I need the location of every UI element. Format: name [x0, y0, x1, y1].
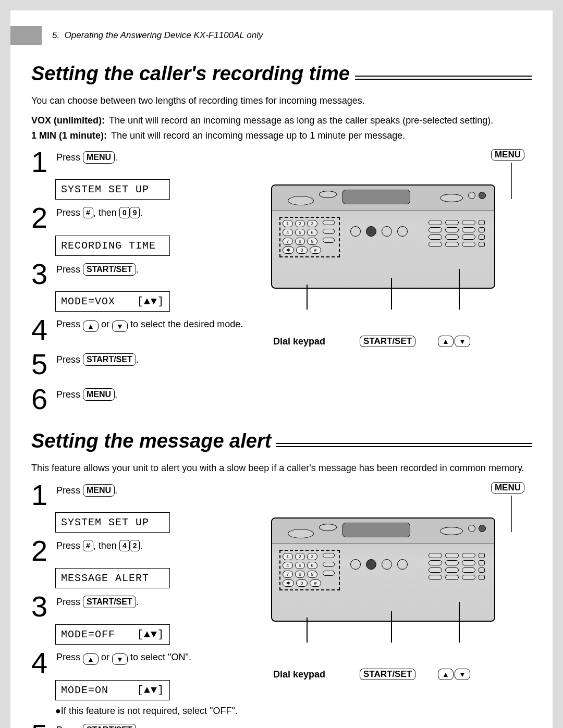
def-min: 1 MIN (1 minute): The unit will record a…	[31, 129, 532, 142]
down-arrow-key: ▼	[112, 320, 128, 332]
def-vox: VOX (unlimited): The unit will record an…	[31, 114, 532, 127]
lcd-icon	[342, 190, 410, 204]
step-4: 4 Press ▲ or ▼ to select "ON".	[31, 650, 255, 676]
device-illustration: MENU	[271, 149, 532, 347]
lcd-display: MODE=VOX[▲▼]	[55, 291, 170, 312]
down-arrow-icon: ▼	[455, 336, 470, 347]
chapter-header: 5. Operating the Answering Device KX-F11…	[10, 26, 553, 45]
rule-icon	[355, 76, 532, 80]
section2-intro: This feature allows your unit to alert y…	[31, 462, 532, 474]
digit-key: 2	[130, 540, 140, 551]
lcd-display: MODE=ON[▲▼]	[55, 680, 170, 700]
menu-label: MENU	[491, 482, 524, 493]
step-5: 5 Press START/SET.	[31, 351, 255, 377]
startset-key: START/SET	[83, 596, 136, 608]
hash-key: #	[83, 540, 93, 551]
section1-intro: You can choose between two lengths of re…	[31, 94, 532, 107]
device-illustration: MENU	[271, 482, 532, 680]
chapter-title: 5. Operating the Answering Device KX-F11…	[42, 26, 263, 45]
device-box: 123 456 789 ✱0#	[271, 517, 495, 622]
dial-keypad: 123 456 789 ✱0#	[283, 220, 335, 255]
up-arrow-icon: ▲	[438, 336, 454, 347]
lcd-display: SYSTEM SET UP	[55, 512, 170, 533]
down-arrow-key: ▼	[112, 653, 128, 665]
section2-title: Setting the message alert	[31, 430, 271, 452]
step-3: 3 Press START/SET.	[31, 594, 255, 620]
lcd-icon	[342, 523, 410, 537]
rule-icon	[276, 443, 532, 447]
bullet-note: ●If this feature is not required, select…	[55, 706, 255, 717]
section1-title: Setting the caller's recording time	[31, 63, 350, 85]
startset-label: START/SET	[360, 336, 415, 347]
startset-label: START/SET	[360, 669, 415, 680]
menu-label: MENU	[491, 149, 524, 161]
section2-steps: 1 Press MENU. SYSTEM SET UP 2 Press #, t…	[31, 482, 255, 728]
lcd-display: SYSTEM SET UP	[55, 179, 170, 200]
step-2: 2 Press #, then 42.	[31, 538, 255, 564]
step-3: 3 Press START/SET.	[31, 261, 255, 287]
up-arrow-key: ▲	[83, 320, 99, 332]
lcd-display: MESSAGE ALERT	[55, 568, 170, 588]
digit-key: 0	[119, 207, 130, 218]
startset-key: START/SET	[83, 353, 136, 366]
lcd-display: RECORDING TIME	[55, 236, 170, 256]
lcd-display: MODE=OFF[▲▼]	[55, 624, 170, 645]
up-arrow-icon: ▲	[438, 669, 454, 680]
step-6: 6 Press MENU.	[31, 386, 255, 412]
step-4: 4 Press ▲ or ▼ to select the desired mod…	[31, 317, 255, 343]
chapter-tab	[10, 26, 42, 45]
step-1: 1 Press MENU.	[31, 482, 255, 508]
startset-key: START/SET	[83, 724, 136, 728]
step-1: 1 Press MENU.	[31, 149, 255, 175]
section2-title-row: Setting the message alert	[31, 430, 532, 452]
menu-key: MENU	[83, 388, 115, 401]
dial-keypad-label: Dial keypad	[273, 336, 325, 347]
section1-steps: 1 Press MENU. SYSTEM SET UP 2 Press #, t…	[31, 149, 255, 414]
step-2: 2 Press #, then 09.	[31, 205, 255, 231]
hash-key: #	[83, 207, 93, 218]
manual-page: 5. Operating the Answering Device KX-F11…	[10, 10, 553, 728]
arrow-keys-label: ▲▼	[438, 336, 470, 347]
arrow-keys-label: ▲▼	[438, 669, 470, 680]
step-5: 5 Press START/SET.	[31, 722, 255, 728]
section1-title-row: Setting the caller's recording time	[31, 63, 532, 85]
menu-key: MENU	[83, 151, 115, 164]
digit-key: 9	[130, 207, 140, 218]
startset-key: START/SET	[83, 263, 136, 276]
down-arrow-icon: ▼	[455, 669, 470, 680]
device-box: 123 456 789 ✱0#	[271, 184, 495, 289]
up-arrow-key: ▲	[83, 653, 99, 665]
dial-keypad-label: Dial keypad	[273, 669, 325, 680]
digit-key: 4	[119, 540, 130, 551]
menu-key: MENU	[83, 484, 115, 497]
dial-keypad: 123 456 789 ✱0#	[283, 553, 335, 588]
